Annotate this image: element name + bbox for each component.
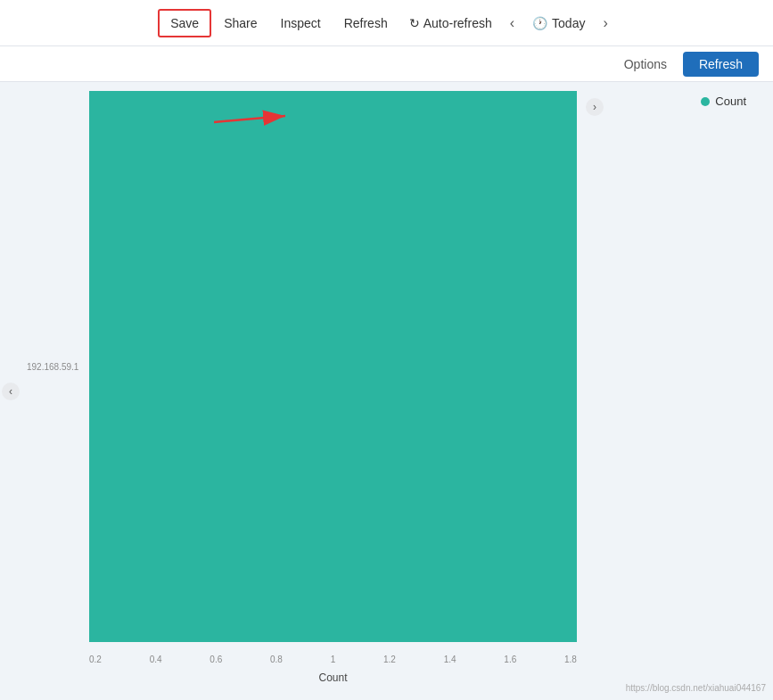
x-tick-1.4: 1.4 bbox=[444, 655, 456, 664]
x-tick-1.8: 1.8 bbox=[564, 655, 577, 664]
chart-left-arrow[interactable]: ‹ bbox=[2, 383, 20, 400]
x-tick-0.6: 0.6 bbox=[210, 655, 222, 664]
toolbar-buttons: Save Share Inspect Refresh ↻ Auto-refres… bbox=[158, 9, 615, 37]
x-tick-1: 1 bbox=[331, 655, 336, 664]
x-tick-1.6: 1.6 bbox=[504, 655, 516, 664]
y-tick-label: 192.168.59.1 bbox=[27, 362, 78, 372]
legend-dot bbox=[701, 97, 710, 106]
watermark: https://blog.csdn.net/xiahuai044167 bbox=[626, 683, 766, 693]
clock-icon: 🕐 bbox=[532, 16, 547, 30]
refresh-button[interactable]: Refresh bbox=[333, 11, 399, 36]
x-tick-0.8: 0.8 bbox=[270, 655, 283, 664]
top-toolbar: Save Share Inspect Refresh ↻ Auto-refres… bbox=[0, 0, 773, 46]
chart-plot-area: 192.168.59.1 0.2 0.4 0.6 0.8 1 1.2 1.4 1… bbox=[89, 91, 577, 642]
x-tick-1.2: 1.2 bbox=[383, 655, 396, 664]
x-tick-0.4: 0.4 bbox=[150, 655, 162, 664]
share-button[interactable]: Share bbox=[213, 11, 267, 36]
save-button[interactable]: Save bbox=[158, 9, 211, 37]
x-axis-ticks: 0.2 0.4 0.6 0.8 1 1.2 1.4 1.6 1.8 bbox=[89, 655, 577, 664]
prev-arrow-button[interactable]: ‹ bbox=[503, 12, 522, 35]
x-axis-title: Count bbox=[89, 671, 577, 684]
refresh-icon: ↻ bbox=[409, 16, 420, 30]
chart-legend: Count bbox=[701, 95, 746, 108]
options-button[interactable]: Options bbox=[615, 53, 676, 76]
today-button[interactable]: 🕐 Today bbox=[523, 11, 594, 36]
inspect-button[interactable]: Inspect bbox=[270, 11, 332, 36]
legend-label: Count bbox=[715, 95, 746, 108]
refresh-blue-button[interactable]: Refresh bbox=[683, 52, 759, 77]
auto-refresh-button[interactable]: ↻ Auto-refresh bbox=[400, 11, 501, 36]
sub-toolbar: Options Refresh bbox=[0, 46, 773, 82]
chart-bar bbox=[89, 91, 577, 642]
chart-area: ‹ › Count client_ip.keyword: Descending … bbox=[0, 82, 773, 700]
next-arrow-button[interactable]: › bbox=[596, 12, 614, 35]
x-tick-0.2: 0.2 bbox=[89, 655, 102, 664]
chart-right-arrow[interactable]: › bbox=[586, 98, 604, 116]
